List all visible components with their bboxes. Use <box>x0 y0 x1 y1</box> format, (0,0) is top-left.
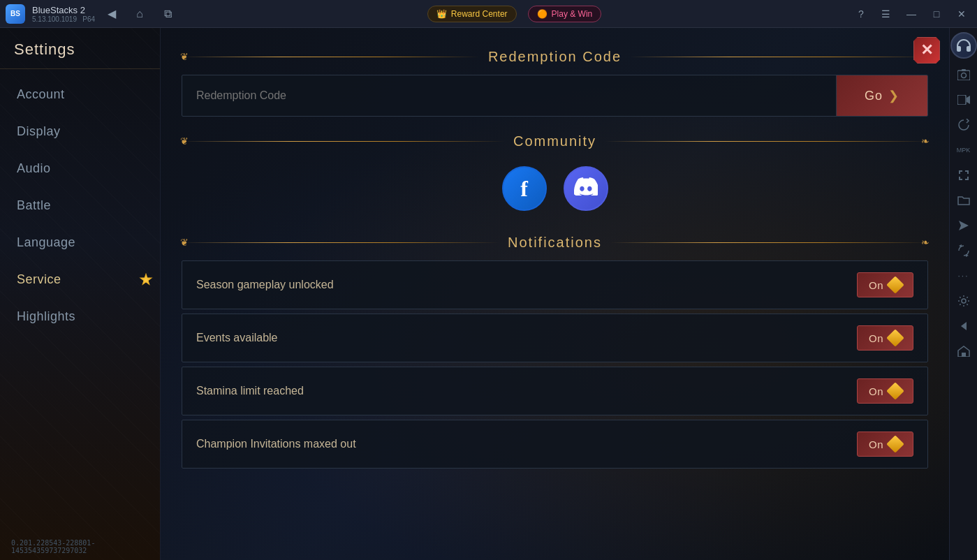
community-header: Community <box>182 133 928 149</box>
headset-button[interactable] <box>950 32 977 59</box>
maximize-button[interactable]: □ <box>927 4 946 24</box>
sidebar-item-audio[interactable]: Audio <box>0 150 160 187</box>
expand-button[interactable] <box>952 163 976 187</box>
home-panel-button[interactable] <box>952 339 976 363</box>
notif-stamina-diamond <box>886 382 904 399</box>
menu-button[interactable]: ☰ <box>876 4 896 24</box>
svg-rect-2 <box>962 69 966 71</box>
notif-events-diamond <box>886 329 904 346</box>
sidebar-item-display[interactable]: Display <box>0 113 160 150</box>
notif-season-diamond <box>886 276 904 293</box>
notification-events: Events available On <box>182 314 928 362</box>
notif-champion-value: On <box>869 439 883 450</box>
notification-season: Season gameplay unlocked On <box>182 260 928 309</box>
app-name: BlueStacks 2 <box>32 5 95 15</box>
multi-button[interactable]: ⧉ <box>158 4 177 24</box>
notification-champion: Champion Invitations maxed out On <box>182 420 928 469</box>
svg-rect-5 <box>962 353 966 357</box>
svg-rect-0 <box>957 71 970 80</box>
sidebar-item-service[interactable]: Service <box>0 261 160 298</box>
notifications-line-right <box>610 242 928 243</box>
redemption-code-input[interactable] <box>182 77 836 115</box>
coordinates: 0.201.228543-228801-145354359737297032 <box>0 533 160 560</box>
minimize-button[interactable]: — <box>902 4 921 24</box>
sidebar-item-highlights[interactable]: Highlights <box>0 298 160 335</box>
community-icons: f <box>182 159 928 218</box>
rotate-button[interactable] <box>952 113 976 137</box>
close-settings-button[interactable]: ✕ <box>911 35 942 66</box>
sidebar-item-language[interactable]: Language <box>0 224 160 261</box>
svg-point-1 <box>961 73 966 78</box>
notif-events-toggle[interactable]: On <box>857 325 913 351</box>
facebook-button[interactable]: f <box>502 166 547 211</box>
redemption-code-header: Redemption Code <box>182 49 928 65</box>
help-button[interactable]: ? <box>851 4 871 24</box>
discord-icon <box>574 177 598 200</box>
video-button[interactable] <box>952 88 976 112</box>
notif-season-toggle[interactable]: On <box>857 272 913 297</box>
svg-point-4 <box>962 299 966 303</box>
play-win-button[interactable]: 🟠 Play & Win <box>528 6 602 22</box>
notif-champion-label: Champion Invitations maxed out <box>196 438 356 450</box>
notif-events-value: On <box>869 332 883 344</box>
play-win-icon: 🟠 <box>537 9 548 19</box>
close-window-button[interactable]: ✕ <box>952 4 971 24</box>
folder-button[interactable] <box>952 189 976 212</box>
more-button[interactable]: ··· <box>952 264 976 288</box>
right-panel: MPK ··· <box>949 28 977 560</box>
content-inner: Redemption Code Go Community f <box>161 28 949 487</box>
svg-rect-3 <box>957 95 966 105</box>
plane-button[interactable] <box>952 214 976 237</box>
notif-events-label: Events available <box>196 332 278 344</box>
sidebar-item-battle[interactable]: Battle <box>0 187 160 224</box>
app-version: 5.13.100.1019 P64 <box>32 15 95 23</box>
back-panel-button[interactable] <box>952 314 976 338</box>
content-area: ✕ Redemption Code Go Community <box>161 28 949 560</box>
notif-champion-diamond <box>886 435 904 452</box>
notif-season-value: On <box>869 279 883 291</box>
sidebar-nav: Account Display Audio Battle Language Se… <box>0 69 160 533</box>
app-info: BS BlueStacks 2 5.13.100.1019 P64 ◀ ⌂ ⧉ <box>6 4 177 24</box>
top-bar: BS BlueStacks 2 5.13.100.1019 P64 ◀ ⌂ ⧉ … <box>0 0 977 28</box>
notif-stamina-value: On <box>869 385 883 397</box>
notifications-line-left <box>182 242 499 243</box>
back-button[interactable]: ◀ <box>102 4 122 24</box>
notifications-header: Notifications <box>182 235 928 251</box>
settings-button[interactable] <box>952 289 976 313</box>
notification-stamina: Stamina limit reached On <box>182 367 928 415</box>
sync-button[interactable] <box>952 239 976 263</box>
section-line-right <box>630 57 928 57</box>
redemption-code-row: Go <box>182 75 928 117</box>
reward-label: Reward Center <box>451 9 508 19</box>
main-area: Settings Account Display Audio Battle La… <box>0 28 977 560</box>
community-line-left <box>182 141 505 142</box>
app-logo: BS <box>6 4 25 24</box>
discord-button[interactable] <box>564 166 608 211</box>
reward-center-button[interactable]: 👑 Reward Center <box>427 6 517 22</box>
notifications-title: Notifications <box>508 235 602 251</box>
section-line-left <box>182 57 480 57</box>
go-button[interactable]: Go <box>836 75 927 116</box>
settings-sidebar: Settings Account Display Audio Battle La… <box>0 28 161 560</box>
community-line-right <box>605 141 928 142</box>
sidebar-item-account[interactable]: Account <box>0 76 160 113</box>
close-x-icon: ✕ <box>913 37 940 64</box>
community-title: Community <box>513 133 596 149</box>
notif-stamina-label: Stamina limit reached <box>196 385 304 397</box>
nav-controls: ◀ ⌂ ⧉ <box>102 4 177 24</box>
notif-stamina-toggle[interactable]: On <box>857 378 913 404</box>
facebook-icon: f <box>520 176 528 202</box>
notif-season-label: Season gameplay unlocked <box>196 279 334 291</box>
settings-title: Settings <box>0 28 160 69</box>
home-button[interactable]: ⌂ <box>130 4 149 24</box>
mpk-button[interactable]: MPK <box>952 138 976 162</box>
play-win-label: Play & Win <box>552 9 593 19</box>
screenshot-button[interactable] <box>952 63 976 87</box>
top-bar-center: 👑 Reward Center 🟠 Play & Win <box>427 6 601 22</box>
window-controls: ? ☰ — □ ✕ <box>851 4 971 24</box>
notif-champion-toggle[interactable]: On <box>857 432 913 457</box>
reward-icon: 👑 <box>436 9 447 19</box>
redemption-code-title: Redemption Code <box>488 49 622 65</box>
